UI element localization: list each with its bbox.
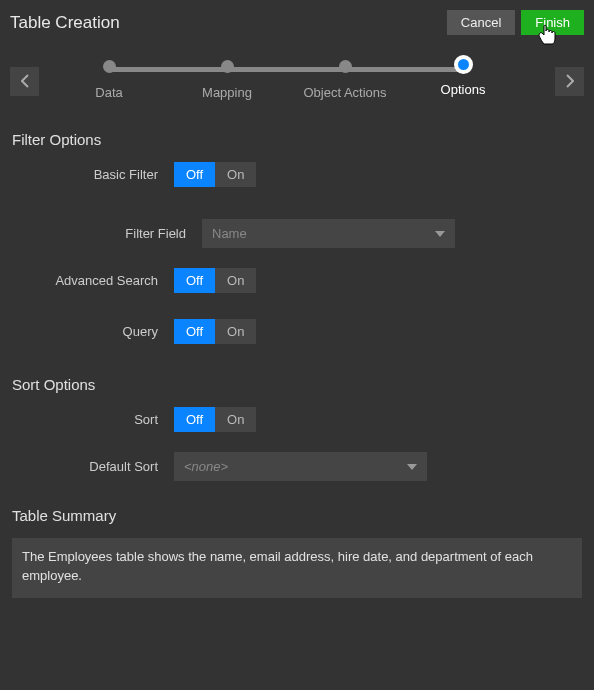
toggle-off[interactable]: Off (174, 268, 215, 293)
step-label: Object Actions (285, 85, 405, 100)
wizard-step-mapping[interactable]: Mapping (167, 55, 287, 100)
wizard-step-options[interactable]: Options (403, 55, 523, 97)
table-summary-section: Table Summary (0, 495, 594, 524)
basic-filter-toggle[interactable]: Off On (174, 162, 256, 187)
cancel-button[interactable]: Cancel (447, 10, 515, 35)
wizard-step-data[interactable]: Data (49, 55, 169, 100)
wizard-prev-button[interactable] (10, 67, 39, 96)
query-label: Query (12, 324, 174, 339)
page-title: Table Creation (10, 13, 120, 33)
step-dot-icon (454, 55, 473, 74)
filter-field-label: Filter Field (12, 226, 202, 241)
toggle-off[interactable]: Off (174, 162, 215, 187)
dropdown-value: Name (212, 226, 247, 241)
toggle-on[interactable]: On (215, 162, 256, 187)
step-label: Options (403, 82, 523, 97)
advanced-search-label: Advanced Search (12, 273, 174, 288)
section-title: Sort Options (12, 376, 582, 393)
query-toggle[interactable]: Off On (174, 319, 256, 344)
toggle-off[interactable]: Off (174, 407, 215, 432)
step-label: Mapping (167, 85, 287, 100)
advanced-search-toggle[interactable]: Off On (174, 268, 256, 293)
toggle-on[interactable]: On (215, 268, 256, 293)
default-sort-label: Default Sort (12, 459, 174, 474)
step-label: Data (49, 85, 169, 100)
wizard-next-button[interactable] (555, 67, 584, 96)
header-buttons: Cancel Finish (447, 10, 584, 35)
chevron-down-icon (407, 464, 417, 470)
toggle-on[interactable]: On (215, 407, 256, 432)
filter-field-dropdown[interactable]: Name (202, 219, 455, 248)
wizard-step-object-actions[interactable]: Object Actions (285, 55, 405, 100)
finish-button[interactable]: Finish (521, 10, 584, 35)
basic-filter-label: Basic Filter (12, 167, 174, 182)
filter-options-section: Filter Options Basic Filter Off On Filte… (0, 113, 594, 344)
sort-toggle[interactable]: Off On (174, 407, 256, 432)
chevron-left-icon (21, 74, 29, 88)
chevron-right-icon (566, 74, 574, 88)
sort-options-section: Sort Options Sort Off On Default Sort <n… (0, 358, 594, 481)
section-title: Table Summary (12, 507, 582, 524)
step-dot-icon (339, 60, 352, 73)
sort-label: Sort (12, 412, 174, 427)
dropdown-value: <none> (184, 459, 228, 474)
toggle-off[interactable]: Off (174, 319, 215, 344)
table-summary-input[interactable]: The Employees table shows the name, emai… (12, 538, 582, 598)
chevron-down-icon (435, 231, 445, 237)
step-dot-icon (221, 60, 234, 73)
step-dot-icon (103, 60, 116, 73)
section-title: Filter Options (12, 131, 582, 148)
toggle-on[interactable]: On (215, 319, 256, 344)
wizard-steps: Data Mapping Object Actions Options (0, 39, 594, 113)
default-sort-dropdown[interactable]: <none> (174, 452, 427, 481)
